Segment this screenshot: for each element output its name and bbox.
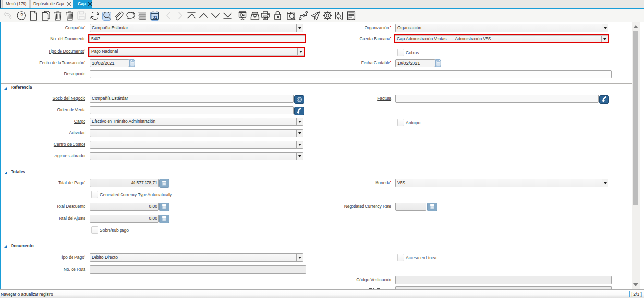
- svg-text:?: ?: [20, 12, 23, 18]
- svg-text:31: 31: [153, 14, 158, 19]
